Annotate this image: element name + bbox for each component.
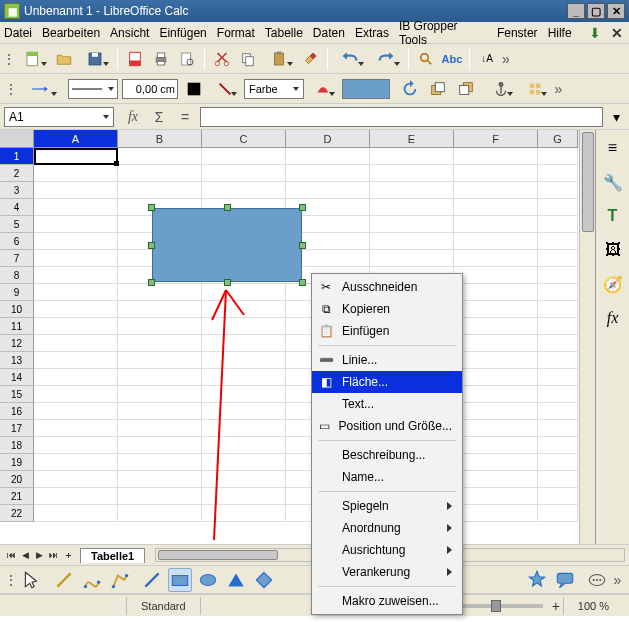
download-icon[interactable]: ⬇ [588,25,604,41]
cell[interactable] [34,471,118,488]
cell[interactable] [202,301,286,318]
cell[interactable] [454,233,538,250]
column-header-A[interactable]: A [34,130,118,148]
cell[interactable] [538,301,578,318]
row-header[interactable]: 1 [0,148,34,165]
menu-window[interactable]: Fenster [497,26,538,40]
cell[interactable] [202,267,286,284]
anchor-button[interactable] [486,77,516,101]
cell[interactable] [538,233,578,250]
line-tool-button[interactable] [52,568,76,592]
cell[interactable] [34,199,118,216]
zoom-in-button[interactable]: + [549,598,563,614]
cell[interactable] [538,250,578,267]
row-header[interactable]: 4 [0,199,34,216]
cell[interactable] [286,216,370,233]
cell[interactable] [538,352,578,369]
drawbar-grip[interactable]: ⋮ [6,572,16,588]
minimize-button[interactable]: _ [567,3,585,19]
vertical-scrollbar[interactable] [579,130,595,544]
cell[interactable] [454,250,538,267]
cell[interactable] [34,505,118,522]
column-header-F[interactable]: F [454,130,538,148]
cut-button[interactable] [210,47,234,71]
cell[interactable] [34,454,118,471]
star-tool-button[interactable] [525,568,549,592]
cell[interactable] [538,437,578,454]
column-header-D[interactable]: D [286,130,370,148]
column-header-E[interactable]: E [370,130,454,148]
cell[interactable] [118,369,202,386]
cell[interactable] [34,352,118,369]
cell[interactable] [118,250,202,267]
tab-nav-first[interactable]: ⏮ [4,548,18,562]
row-header[interactable]: 16 [0,403,34,420]
toolbar-grip[interactable]: ⋮ [4,51,14,67]
cell[interactable] [454,284,538,301]
cell[interactable] [202,488,286,505]
curve-tool-button[interactable] [80,568,104,592]
select-all-corner[interactable] [0,130,34,148]
to-front-button[interactable] [426,77,450,101]
gallery-icon[interactable]: 🖼 [601,238,625,262]
cell[interactable] [118,199,202,216]
cell[interactable] [538,403,578,420]
ctx-paste[interactable]: 📋 Einfügen [312,320,462,342]
cell[interactable] [118,454,202,471]
cell[interactable] [454,148,538,165]
spellcheck-button[interactable]: Abc [440,47,464,71]
drawbar-overflow-icon[interactable]: » [613,572,623,588]
cell[interactable] [118,301,202,318]
copy-button[interactable] [236,47,260,71]
to-back-button[interactable] [454,77,478,101]
ctx-area[interactable]: ◧ Fläche... [312,371,462,393]
cell[interactable] [202,318,286,335]
cell[interactable] [118,233,202,250]
formula-input[interactable] [200,107,603,127]
cell[interactable] [118,437,202,454]
cell[interactable] [538,335,578,352]
select-tool-button[interactable] [20,568,44,592]
cell[interactable] [34,369,118,386]
row-header[interactable]: 5 [0,216,34,233]
cell[interactable] [454,488,538,505]
cell[interactable] [454,301,538,318]
sheet-tab[interactable]: Tabelle1 [80,548,145,563]
cell[interactable] [118,386,202,403]
cell[interactable] [202,403,286,420]
toolbar2-overflow-icon[interactable]: » [554,81,564,97]
cell[interactable] [202,284,286,301]
cell[interactable] [118,267,202,284]
cell[interactable] [118,352,202,369]
cell[interactable] [454,386,538,403]
tab-nav-last[interactable]: ⏭ [46,548,60,562]
ctx-name[interactable]: Name... [312,466,462,488]
row-header[interactable]: 11 [0,318,34,335]
cell[interactable] [118,182,202,199]
line-style-select[interactable] [68,79,118,99]
undo-button[interactable] [333,47,367,71]
cell[interactable] [370,250,454,267]
cell[interactable] [118,318,202,335]
cell[interactable] [538,488,578,505]
cell[interactable] [454,335,538,352]
line-endcap-button[interactable] [20,77,60,101]
maximize-button[interactable]: ▢ [587,3,605,19]
cell[interactable] [370,148,454,165]
ctx-text[interactable]: Text... [312,393,462,415]
cell[interactable] [118,335,202,352]
cell[interactable] [34,420,118,437]
cell[interactable] [454,318,538,335]
more-shapes-button[interactable] [585,568,609,592]
ctx-align[interactable]: Ausrichtung [312,539,462,561]
row-header[interactable]: 17 [0,420,34,437]
cell[interactable] [286,199,370,216]
cell[interactable] [454,199,538,216]
cell[interactable] [118,403,202,420]
toolbar-overflow-icon[interactable]: » [501,51,511,67]
cell[interactable] [286,148,370,165]
cell[interactable] [202,165,286,182]
cell[interactable] [370,182,454,199]
column-header-B[interactable]: B [118,130,202,148]
cell[interactable] [118,420,202,437]
